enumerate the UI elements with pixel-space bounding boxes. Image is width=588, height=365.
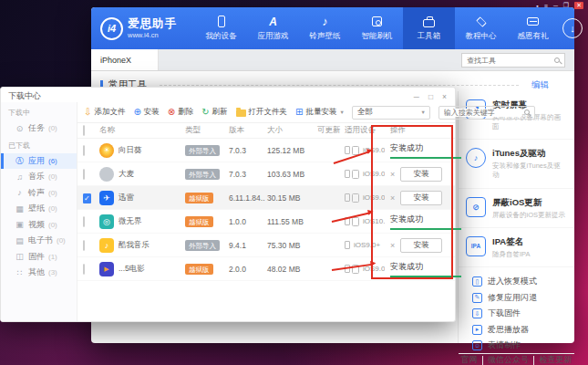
row-checkbox[interactable] — [83, 240, 85, 251]
row-checkbox[interactable] — [83, 145, 85, 156]
install-success-label: 安装成功 — [390, 214, 461, 230]
install-app-button[interactable]: 安装 — [400, 191, 442, 205]
official-site-link[interactable]: 官网 — [461, 354, 478, 365]
install-icon: ⊕ — [133, 108, 140, 117]
install-app-button[interactable]: 安装 — [400, 167, 442, 182]
row-checkbox[interactable] — [83, 216, 85, 227]
remove-icon[interactable]: × — [390, 193, 395, 203]
chevron-down-icon[interactable]: ▾ — [340, 109, 343, 116]
app-logo: i4 爱思助手 www.i4.cn — [100, 17, 195, 40]
download-search-box[interactable] — [438, 106, 535, 120]
link-label: 进入恢复模式 — [488, 276, 537, 287]
nav-toolbox[interactable]: 工具箱 — [403, 7, 455, 49]
thunder-app-icon: ✈ — [99, 191, 114, 205]
tablet-icon — [352, 146, 359, 155]
link-download-firmware[interactable]: ⇩ 下载固件 — [472, 306, 574, 322]
player-icon: ▸ — [472, 325, 482, 335]
app-name: 向日葵 — [119, 145, 142, 156]
button-label: 打开文件夹 — [249, 107, 288, 118]
card-title: IPA签名 — [492, 236, 531, 248]
refresh-button[interactable]: ↻ 刷新 — [201, 107, 227, 118]
table-row[interactable]: ♪酷我音乐 外部导入 9.4.1 75.30 MB iOS9.0+ ×安装 — [77, 234, 455, 257]
app-size: 103.63 MB — [267, 170, 317, 179]
nav-label: 感恩有礼 — [518, 31, 549, 42]
ebook-icon: ▤ — [15, 236, 25, 245]
row-checkbox[interactable]: ✓ — [83, 193, 91, 203]
task-icon: ⊙ — [15, 124, 25, 133]
app-version: 7.0.3 — [229, 146, 267, 155]
download-manager-button[interactable]: ↓ — [562, 18, 583, 38]
sidebar-item-ebooks[interactable]: ▤ 电子书 (0) — [1, 233, 77, 249]
item-label: 电子书 — [28, 235, 53, 246]
nav-my-devices[interactable]: 我的设备 — [195, 7, 247, 49]
check-update-link[interactable]: 检查更新 — [539, 354, 572, 365]
nav-apps-games[interactable]: A 应用游戏 — [247, 7, 299, 49]
maximize-icon[interactable]: ❐ — [563, 2, 569, 9]
batch-install-button[interactable]: ⊞ 批量安装 ▾ — [295, 107, 344, 118]
select-all-checkbox[interactable] — [83, 125, 85, 136]
sidebar-item-wallpapers[interactable]: ▦ 壁纸 (0) — [1, 201, 77, 217]
tab-iphonex[interactable]: iPhoneX — [91, 49, 159, 70]
card-itunes-driver[interactable]: ♪ iTunes及驱动 安装和修复iTunes及驱动 — [459, 140, 574, 188]
tool-search-input[interactable] — [467, 57, 552, 65]
card-block-ios-update[interactable]: ⊘ 屏蔽iOS更新 屏蔽设备的iOS更新提示 — [459, 189, 574, 228]
ios-requirement: iOS9.0+ — [363, 265, 385, 273]
edit-link[interactable]: 编辑 — [531, 79, 549, 91]
minimize-icon[interactable]: ─ — [553, 3, 558, 9]
minimize-icon[interactable]: ─ — [414, 92, 419, 101]
item-count: (0) — [48, 221, 57, 229]
main-header: i4 爱思助手 www.i4.cn 我的设备 A 应用游戏 ♪ 铃声壁纸 智能刷… — [91, 7, 574, 49]
sidebar-item-ringtones[interactable]: ♪ 铃声 (0) — [1, 185, 77, 202]
table-row[interactable]: ◎微无界 越狱版 1.0.0 111.55 MB iOS10.0+ 安装成功 — [77, 210, 455, 234]
nav-ringtones-wallpapers[interactable]: ♪ 铃声壁纸 — [299, 7, 351, 49]
table-row[interactable]: 大麦 外部导入 7.0.3 103.63 MB iOS9.0+ ×安装 — [77, 162, 455, 186]
sidebar-item-tasks[interactable]: ⊙ 任务 (0) — [1, 120, 77, 137]
table-row[interactable]: ✓ ✈迅雷 越狱版 6.11.1.84.. 30.15 MB iOS9.0+ ×… — [77, 186, 455, 210]
nav-label: 智能刷机 — [362, 31, 393, 42]
nav-tutorial-center[interactable]: 教程中心 — [455, 7, 507, 49]
tool-search-box[interactable] — [461, 53, 565, 68]
close-icon[interactable]: × — [442, 92, 447, 101]
remove-icon[interactable]: × — [390, 241, 395, 250]
nav-smart-flash[interactable]: 智能刷机 — [351, 7, 403, 49]
wechat-account-link[interactable]: 微信公众号 — [488, 354, 529, 365]
app-name: 酷我音乐 — [119, 240, 150, 251]
filter-dropdown[interactable]: 全部 ▾ — [352, 106, 430, 120]
taskbar-icon[interactable]: ▪ — [536, 3, 538, 9]
close-icon[interactable]: ✕ — [574, 2, 583, 9]
add-file-button[interactable]: ⇩ 添加文件 — [84, 107, 125, 118]
phone-icon — [218, 16, 225, 28]
table-row[interactable]: ☀向日葵 外部导入 7.0.3 125.12 MB iOS9.0+ 安装成功 — [77, 139, 455, 162]
link-player[interactable]: ▸ 爱思播放器 — [472, 321, 574, 338]
sidebar-item-firmware[interactable]: ◫ 固件 (1) — [1, 249, 77, 266]
table-row[interactable]: ▶...5电影 越狱版 2.0.0 48.02 MB iOS9.0+ 安装成功 — [77, 257, 455, 281]
itunes-icon: ♪ — [466, 148, 486, 168]
row-checkbox[interactable] — [83, 264, 85, 275]
install-button[interactable]: ⊕ 安装 — [133, 107, 159, 118]
sidebar-item-music[interactable]: ♫ 音乐 (0) — [1, 169, 77, 185]
menu-icon[interactable]: ≡ — [544, 3, 548, 9]
table-header: 名称 类型 版本 大小 可更新 适用设备 操作 — [77, 123, 455, 139]
filter-value: 全部 — [357, 107, 373, 118]
card-ipa-sign[interactable]: IPA IPA签名 随身自签IPA — [459, 228, 574, 267]
sidebar-item-videos[interactable]: ▣ 视频 (0) — [1, 217, 77, 234]
sidebar-item-others[interactable]: ∷ 其他 (3) — [1, 265, 77, 281]
maximize-icon[interactable]: □ — [428, 92, 433, 101]
item-label: 其他 — [28, 266, 45, 278]
nav-gift[interactable]: 感恩有礼 — [507, 7, 559, 49]
remove-icon[interactable]: × — [390, 170, 395, 179]
open-folder-button[interactable]: 打开文件夹 — [236, 107, 288, 118]
link-emoji-maker[interactable]: ☺ 表情制作 — [472, 338, 574, 354]
section-divider — [160, 85, 519, 86]
delete-button[interactable]: ⊗ 删除 — [168, 107, 193, 118]
link-recovery-mode[interactable]: ▯ 进入恢复模式 — [472, 274, 574, 290]
link-fix-app-crash[interactable]: ✎ 修复应用闪退 — [472, 289, 574, 306]
row-checkbox[interactable] — [83, 169, 85, 180]
app-name: ...5电影 — [119, 264, 145, 275]
nav-label: 我的设备 — [206, 31, 237, 42]
sidebar-item-apps[interactable]: Ⓐ 应用 (6) — [1, 153, 77, 170]
recovery-mode-icon: ▯ — [472, 276, 482, 287]
install-app-button[interactable]: 安装 — [400, 238, 442, 253]
ipa-icon: IPA — [466, 236, 486, 256]
download-search-input[interactable] — [444, 109, 521, 117]
